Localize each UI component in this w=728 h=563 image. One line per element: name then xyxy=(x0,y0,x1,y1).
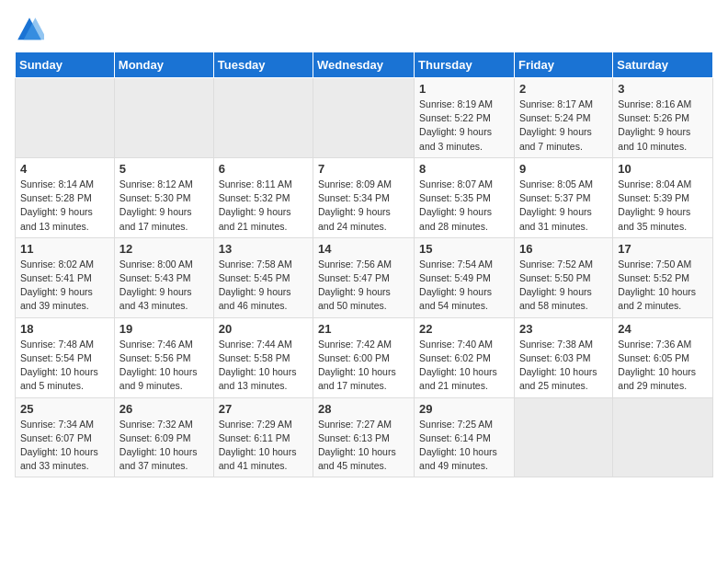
day-info: Sunrise: 8:07 AM Sunset: 5:35 PM Dayligh… xyxy=(419,178,509,234)
calendar-cell: 17Sunrise: 7:50 AM Sunset: 5:52 PM Dayli… xyxy=(613,237,713,317)
day-info: Sunrise: 8:19 AM Sunset: 5:22 PM Dayligh… xyxy=(419,98,509,154)
calendar-cell: 21Sunrise: 7:42 AM Sunset: 6:00 PM Dayli… xyxy=(313,317,415,397)
day-number: 9 xyxy=(519,162,608,176)
calendar-cell: 16Sunrise: 7:52 AM Sunset: 5:50 PM Dayli… xyxy=(514,237,612,317)
calendar-table: SundayMondayTuesdayWednesdayThursdayFrid… xyxy=(15,52,713,477)
calendar-cell: 14Sunrise: 7:56 AM Sunset: 5:47 PM Dayli… xyxy=(313,237,415,317)
day-info: Sunrise: 7:56 AM Sunset: 5:47 PM Dayligh… xyxy=(318,258,409,314)
day-info: Sunrise: 7:50 AM Sunset: 5:52 PM Dayligh… xyxy=(618,258,708,314)
calendar-cell: 12Sunrise: 8:00 AM Sunset: 5:43 PM Dayli… xyxy=(114,237,213,317)
day-number: 14 xyxy=(318,242,409,256)
day-info: Sunrise: 8:09 AM Sunset: 5:34 PM Dayligh… xyxy=(318,178,409,234)
week-row-2: 11Sunrise: 8:02 AM Sunset: 5:41 PM Dayli… xyxy=(16,237,713,317)
day-number: 20 xyxy=(219,322,308,336)
calendar-cell xyxy=(16,78,115,158)
day-info: Sunrise: 8:17 AM Sunset: 5:24 PM Dayligh… xyxy=(519,98,608,154)
day-info: Sunrise: 8:04 AM Sunset: 5:39 PM Dayligh… xyxy=(618,178,708,234)
calendar-cell: 27Sunrise: 7:29 AM Sunset: 6:11 PM Dayli… xyxy=(213,397,313,477)
day-number: 7 xyxy=(318,162,409,176)
day-number: 28 xyxy=(318,402,409,416)
calendar-cell: 3Sunrise: 8:16 AM Sunset: 5:26 PM Daylig… xyxy=(613,78,713,158)
day-info: Sunrise: 7:25 AM Sunset: 6:14 PM Dayligh… xyxy=(419,418,509,474)
calendar-cell: 9Sunrise: 8:05 AM Sunset: 5:37 PM Daylig… xyxy=(514,157,612,237)
calendar-cell: 7Sunrise: 8:09 AM Sunset: 5:34 PM Daylig… xyxy=(313,157,415,237)
day-number: 4 xyxy=(20,162,109,176)
calendar-cell: 15Sunrise: 7:54 AM Sunset: 5:49 PM Dayli… xyxy=(415,237,515,317)
day-info: Sunrise: 8:14 AM Sunset: 5:28 PM Dayligh… xyxy=(20,178,109,234)
logo xyxy=(15,15,48,44)
day-info: Sunrise: 7:34 AM Sunset: 6:07 PM Dayligh… xyxy=(20,418,109,474)
calendar-cell: 6Sunrise: 8:11 AM Sunset: 5:32 PM Daylig… xyxy=(213,157,313,237)
day-info: Sunrise: 7:46 AM Sunset: 5:56 PM Dayligh… xyxy=(119,338,209,394)
day-header-monday: Monday xyxy=(114,52,213,78)
day-number: 11 xyxy=(20,242,109,256)
calendar-cell: 23Sunrise: 7:38 AM Sunset: 6:03 PM Dayli… xyxy=(514,317,612,397)
calendar-cell: 13Sunrise: 7:58 AM Sunset: 5:45 PM Dayli… xyxy=(213,237,313,317)
day-header-tuesday: Tuesday xyxy=(213,52,313,78)
day-header-thursday: Thursday xyxy=(415,52,515,78)
day-info: Sunrise: 8:00 AM Sunset: 5:43 PM Dayligh… xyxy=(119,258,209,314)
calendar-cell: 22Sunrise: 7:40 AM Sunset: 6:02 PM Dayli… xyxy=(415,317,515,397)
day-number: 15 xyxy=(419,242,509,256)
day-number: 24 xyxy=(618,322,708,336)
day-info: Sunrise: 8:11 AM Sunset: 5:32 PM Dayligh… xyxy=(219,178,308,234)
calendar-cell: 11Sunrise: 8:02 AM Sunset: 5:41 PM Dayli… xyxy=(16,237,115,317)
day-number: 23 xyxy=(519,322,608,336)
day-info: Sunrise: 8:02 AM Sunset: 5:41 PM Dayligh… xyxy=(20,258,109,314)
day-info: Sunrise: 8:05 AM Sunset: 5:37 PM Dayligh… xyxy=(519,178,608,234)
day-number: 29 xyxy=(419,402,509,416)
day-number: 8 xyxy=(419,162,509,176)
day-number: 16 xyxy=(519,242,608,256)
calendar-cell: 5Sunrise: 8:12 AM Sunset: 5:30 PM Daylig… xyxy=(114,157,213,237)
day-number: 10 xyxy=(618,162,708,176)
day-number: 2 xyxy=(519,82,608,96)
calendar-cell: 8Sunrise: 8:07 AM Sunset: 5:35 PM Daylig… xyxy=(415,157,515,237)
day-number: 21 xyxy=(318,322,409,336)
calendar-cell: 26Sunrise: 7:32 AM Sunset: 6:09 PM Dayli… xyxy=(114,397,213,477)
day-number: 25 xyxy=(20,402,109,416)
calendar-cell xyxy=(114,78,213,158)
calendar-cell: 1Sunrise: 8:19 AM Sunset: 5:22 PM Daylig… xyxy=(415,78,515,158)
calendar-cell xyxy=(514,397,612,477)
logo-icon xyxy=(15,15,44,44)
calendar-cell xyxy=(613,397,713,477)
calendar-cell: 24Sunrise: 7:36 AM Sunset: 6:05 PM Dayli… xyxy=(613,317,713,397)
calendar-cell: 28Sunrise: 7:27 AM Sunset: 6:13 PM Dayli… xyxy=(313,397,415,477)
header-row: SundayMondayTuesdayWednesdayThursdayFrid… xyxy=(16,52,713,78)
day-number: 19 xyxy=(119,322,209,336)
week-row-3: 18Sunrise: 7:48 AM Sunset: 5:54 PM Dayli… xyxy=(16,317,713,397)
day-number: 26 xyxy=(119,402,209,416)
day-info: Sunrise: 7:48 AM Sunset: 5:54 PM Dayligh… xyxy=(20,338,109,394)
day-number: 5 xyxy=(119,162,209,176)
header xyxy=(15,15,713,44)
calendar-cell: 29Sunrise: 7:25 AM Sunset: 6:14 PM Dayli… xyxy=(415,397,515,477)
day-header-sunday: Sunday xyxy=(16,52,115,78)
day-header-wednesday: Wednesday xyxy=(313,52,415,78)
day-info: Sunrise: 7:32 AM Sunset: 6:09 PM Dayligh… xyxy=(119,418,209,474)
calendar-cell: 2Sunrise: 8:17 AM Sunset: 5:24 PM Daylig… xyxy=(514,78,612,158)
day-info: Sunrise: 7:40 AM Sunset: 6:02 PM Dayligh… xyxy=(419,338,509,394)
calendar-cell: 19Sunrise: 7:46 AM Sunset: 5:56 PM Dayli… xyxy=(114,317,213,397)
calendar-cell: 25Sunrise: 7:34 AM Sunset: 6:07 PM Dayli… xyxy=(16,397,115,477)
day-number: 3 xyxy=(618,82,708,96)
day-number: 17 xyxy=(618,242,708,256)
day-info: Sunrise: 8:16 AM Sunset: 5:26 PM Dayligh… xyxy=(618,98,708,154)
day-info: Sunrise: 7:44 AM Sunset: 5:58 PM Dayligh… xyxy=(219,338,308,394)
day-number: 18 xyxy=(20,322,109,336)
day-info: Sunrise: 7:54 AM Sunset: 5:49 PM Dayligh… xyxy=(419,258,509,314)
day-number: 27 xyxy=(219,402,308,416)
week-row-4: 25Sunrise: 7:34 AM Sunset: 6:07 PM Dayli… xyxy=(16,397,713,477)
calendar-cell: 4Sunrise: 8:14 AM Sunset: 5:28 PM Daylig… xyxy=(16,157,115,237)
day-header-friday: Friday xyxy=(514,52,612,78)
day-info: Sunrise: 7:29 AM Sunset: 6:11 PM Dayligh… xyxy=(219,418,308,474)
calendar-cell: 18Sunrise: 7:48 AM Sunset: 5:54 PM Dayli… xyxy=(16,317,115,397)
calendar-cell xyxy=(213,78,313,158)
day-info: Sunrise: 7:42 AM Sunset: 6:00 PM Dayligh… xyxy=(318,338,409,394)
day-info: Sunrise: 7:27 AM Sunset: 6:13 PM Dayligh… xyxy=(318,418,409,474)
day-info: Sunrise: 7:36 AM Sunset: 6:05 PM Dayligh… xyxy=(618,338,708,394)
week-row-1: 4Sunrise: 8:14 AM Sunset: 5:28 PM Daylig… xyxy=(16,157,713,237)
day-number: 22 xyxy=(419,322,509,336)
day-number: 1 xyxy=(419,82,509,96)
day-number: 13 xyxy=(219,242,308,256)
day-info: Sunrise: 7:58 AM Sunset: 5:45 PM Dayligh… xyxy=(219,258,308,314)
